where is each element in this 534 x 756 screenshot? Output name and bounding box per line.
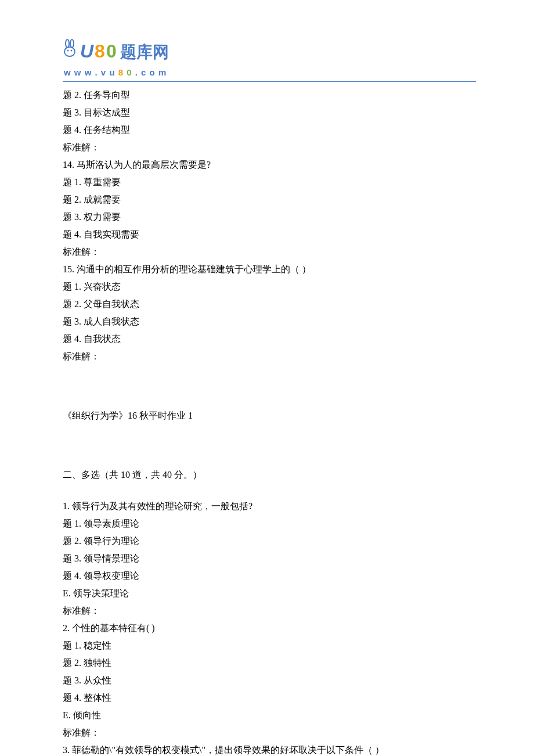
logo-digit-0: 0 xyxy=(106,35,117,67)
mq2-answer-label: 标准解： xyxy=(63,724,476,741)
mq1-option-e: E. 领导决策理论 xyxy=(63,585,476,602)
q15-option-4: 题 4. 自我状态 xyxy=(63,330,476,348)
q14-option-4: 题 4. 自我实现需要 xyxy=(63,226,476,243)
q14-answer-label: 标准解： xyxy=(63,243,476,261)
q13-option-4: 题 4. 任务结构型 xyxy=(63,121,476,139)
logo-url: w w w . v u 8 0 . c o m xyxy=(64,65,476,80)
bunny-icon xyxy=(63,39,79,57)
svg-point-2 xyxy=(64,47,75,56)
q15-stem: 15. 沟通中的相互作用分析的理论基础建筑于心理学上的（ ） xyxy=(63,261,476,278)
svg-point-0 xyxy=(66,39,69,48)
q13-option-3: 题 3. 目标达成型 xyxy=(63,104,476,121)
q15-option-2: 题 2. 父母自我状态 xyxy=(63,296,476,313)
svg-point-4 xyxy=(71,50,73,52)
site-logo: U 8 0 题库网 w w w . v u 8 0 . c o m xyxy=(63,35,476,80)
q14-option-3: 题 3. 权力需要 xyxy=(63,208,476,226)
mq1-answer-label: 标准解： xyxy=(63,602,476,620)
svg-point-1 xyxy=(70,39,74,48)
mq2-option-1: 题 1. 稳定性 xyxy=(63,637,476,654)
mq2-option-2: 题 2. 独特性 xyxy=(63,654,476,672)
q13-answer-label: 标准解： xyxy=(63,139,476,156)
logo-digit-8: 8 xyxy=(95,35,105,67)
mq2-option-4: 题 4. 整体性 xyxy=(63,689,476,707)
spacer xyxy=(63,484,476,498)
header-divider xyxy=(63,81,476,82)
mq2-option-e: E. 倾向性 xyxy=(63,707,476,724)
q13-option-2: 题 2. 任务导向型 xyxy=(63,87,476,104)
spacer xyxy=(63,424,476,466)
part2-header: 二、多选（共 10 道，共 40 分。） xyxy=(63,466,476,484)
spacer xyxy=(63,365,476,407)
q15-option-1: 题 1. 兴奋状态 xyxy=(63,278,476,296)
logo-graphic-row: U 8 0 题库网 xyxy=(63,35,476,67)
logo-brand-text: 题库网 xyxy=(120,38,169,66)
q15-answer-label: 标准解： xyxy=(63,348,476,365)
q14-option-1: 题 1. 尊重需要 xyxy=(63,174,476,191)
logo-letter-u: U xyxy=(80,35,93,67)
mq1-option-1: 题 1. 领导素质理论 xyxy=(63,515,476,532)
section-title: 《组织行为学》16 秋平时作业 1 xyxy=(63,407,476,424)
mq2-option-3: 题 3. 从众性 xyxy=(63,672,476,689)
svg-point-3 xyxy=(67,50,69,52)
document-content: 题 2. 任务导向型 题 3. 目标达成型 题 4. 任务结构型 标准解： 14… xyxy=(63,87,476,756)
mq3-stem: 3. 菲德勒的\"有效领导的权变模式\"，提出领导效果的好坏取决于以下条件（ ） xyxy=(63,741,476,756)
mq2-stem: 2. 个性的基本特征有( ) xyxy=(63,620,476,637)
mq1-option-4: 题 4. 领导权变理论 xyxy=(63,567,476,585)
q15-option-3: 题 3. 成人自我状态 xyxy=(63,313,476,330)
q14-stem: 14. 马斯洛认为人的最高层次需要是? xyxy=(63,156,476,174)
q14-option-2: 题 2. 成就需要 xyxy=(63,191,476,208)
mq1-stem: 1. 领导行为及其有效性的理论研究，一般包括? xyxy=(63,498,476,515)
mq1-option-2: 题 2. 领导行为理论 xyxy=(63,532,476,550)
mq1-option-3: 题 3. 领导情景理论 xyxy=(63,550,476,567)
